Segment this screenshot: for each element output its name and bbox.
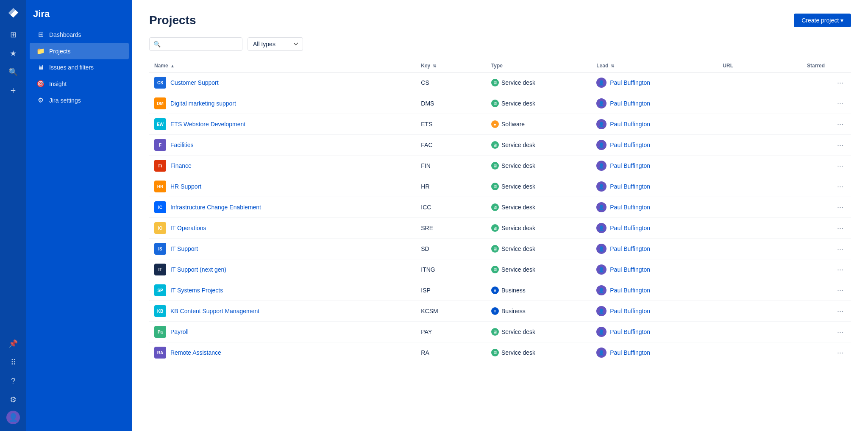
- col-header-key[interactable]: Key ⇅: [416, 59, 486, 72]
- col-header-type: Type: [486, 59, 591, 72]
- lead-name-7[interactable]: Paul Buffington: [610, 225, 650, 231]
- project-icon-11: KB: [154, 305, 166, 317]
- project-lead-8: 👤 Paul Buffington: [591, 239, 718, 259]
- lead-name-6[interactable]: Paul Buffington: [610, 204, 650, 211]
- project-lead-10: 👤 Paul Buffington: [591, 280, 718, 301]
- project-url-4: [718, 156, 802, 176]
- sidebar-item-jira-settings[interactable]: ⚙ Jira settings: [30, 92, 129, 108]
- sidebar-item-issues-filters[interactable]: 🖥 Issues and filters: [30, 59, 129, 75]
- sidebar-item-projects[interactable]: 📁 Projects: [30, 43, 129, 59]
- table-row: DM Digital marketing support DMS 🖥 Servi…: [149, 93, 851, 114]
- more-options-button-3[interactable]: ···: [835, 140, 846, 150]
- help-nav-icon[interactable]: ?: [6, 373, 21, 389]
- type-label-0: Service desk: [501, 79, 535, 86]
- project-link-13[interactable]: Remote Assistance: [170, 349, 221, 356]
- project-link-8[interactable]: IT Support: [170, 245, 198, 252]
- home-nav-icon[interactable]: ⊞: [6, 27, 21, 42]
- sidebar-item-issues-label: Issues and filters: [49, 64, 94, 71]
- project-link-2[interactable]: ETS Webstore Development: [170, 121, 245, 128]
- project-link-7[interactable]: IT Operations: [170, 225, 206, 231]
- jira-logo-icon[interactable]: [6, 5, 21, 20]
- lead-name-0[interactable]: Paul Buffington: [610, 79, 650, 86]
- sidebar-item-dashboards[interactable]: ⊞ Dashboards: [30, 26, 129, 43]
- more-options-button-1[interactable]: ···: [835, 98, 846, 109]
- lead-name-9[interactable]: Paul Buffington: [610, 266, 650, 273]
- type-label-2: Software: [501, 121, 525, 128]
- project-url-8: [718, 239, 802, 259]
- col-header-name[interactable]: Name ▲: [149, 59, 416, 72]
- more-options-button-2[interactable]: ···: [835, 119, 846, 130]
- project-key-7: SRE: [416, 218, 486, 239]
- project-icon-8: IS: [154, 243, 166, 255]
- lead-name-5[interactable]: Paul Buffington: [610, 183, 650, 190]
- project-type-2: ● Software: [486, 114, 591, 135]
- project-url-2: [718, 114, 802, 135]
- more-options-button-9[interactable]: ···: [835, 264, 846, 275]
- project-icon-6: IC: [154, 201, 166, 213]
- search-icon: 🔍: [153, 41, 161, 47]
- lead-name-11[interactable]: Paul Buffington: [610, 308, 650, 314]
- more-options-button-13[interactable]: ···: [835, 348, 846, 358]
- more-options-button-5[interactable]: ···: [835, 181, 846, 192]
- project-link-10[interactable]: IT Systems Projects: [170, 287, 223, 294]
- more-options-button-7[interactable]: ···: [835, 223, 846, 234]
- project-link-11[interactable]: KB Content Support Management: [170, 308, 259, 314]
- project-starred-7: ···: [802, 218, 851, 239]
- project-link-9[interactable]: IT Support (next gen): [170, 266, 226, 273]
- apps-nav-icon[interactable]: ⠿: [6, 355, 21, 370]
- project-url-12: [718, 322, 802, 342]
- type-dot-4: 🖥: [491, 162, 499, 170]
- project-link-0[interactable]: Customer Support: [170, 79, 219, 86]
- star-nav-icon[interactable]: ★: [6, 46, 21, 61]
- project-starred-10: ···: [802, 280, 851, 301]
- lead-name-1[interactable]: Paul Buffington: [610, 100, 650, 107]
- lead-name-3[interactable]: Paul Buffington: [610, 142, 650, 148]
- project-type-0: 🖥 Service desk: [486, 72, 591, 93]
- project-link-5[interactable]: HR Support: [170, 183, 201, 190]
- project-name-cell-4: Fi Finance: [149, 156, 416, 176]
- more-options-button-6[interactable]: ···: [835, 202, 846, 213]
- lead-name-8[interactable]: Paul Buffington: [610, 245, 650, 252]
- type-dot-1: 🖥: [491, 100, 499, 107]
- project-type-12: 🖥 Service desk: [486, 322, 591, 342]
- project-starred-13: ···: [802, 342, 851, 363]
- col-header-lead[interactable]: Lead ⇅: [591, 59, 718, 72]
- project-starred-11: ···: [802, 301, 851, 322]
- lead-avatar-9: 👤: [596, 264, 606, 275]
- search-nav-icon[interactable]: 🔍: [6, 64, 21, 80]
- settings-nav-icon[interactable]: ⚙: [6, 392, 21, 407]
- lead-name-10[interactable]: Paul Buffington: [610, 287, 650, 294]
- create-project-button[interactable]: Create project ▾: [794, 14, 851, 27]
- project-lead-7: 👤 Paul Buffington: [591, 218, 718, 239]
- plan-nav-icon[interactable]: 📌: [6, 336, 21, 351]
- project-type-3: 🖥 Service desk: [486, 135, 591, 156]
- more-options-button-0[interactable]: ···: [835, 78, 846, 88]
- type-filter-select[interactable]: All types Software Service desk Business: [248, 37, 303, 51]
- project-link-12[interactable]: Payroll: [170, 328, 189, 335]
- more-options-button-12[interactable]: ···: [835, 327, 846, 337]
- left-icon-nav: ⊞ ★ 🔍 + 📌 ⠿ ? ⚙ 👤: [0, 0, 26, 431]
- type-dot-0: 🖥: [491, 79, 499, 86]
- more-options-button-11[interactable]: ···: [835, 306, 846, 317]
- project-url-1: [718, 93, 802, 114]
- lead-name-13[interactable]: Paul Buffington: [610, 349, 650, 356]
- lead-name-4[interactable]: Paul Buffington: [610, 162, 650, 169]
- lead-name-2[interactable]: Paul Buffington: [610, 121, 650, 128]
- project-link-3[interactable]: Facilities: [170, 142, 193, 148]
- project-link-6[interactable]: Infrastructure Change Enablement: [170, 204, 261, 211]
- search-input[interactable]: [149, 37, 242, 51]
- project-key-4: FIN: [416, 156, 486, 176]
- user-avatar-nav[interactable]: 👤: [6, 411, 20, 424]
- project-link-4[interactable]: Finance: [170, 162, 192, 169]
- add-nav-icon[interactable]: +: [6, 83, 21, 98]
- more-options-button-4[interactable]: ···: [835, 161, 846, 171]
- more-options-button-10[interactable]: ···: [835, 285, 846, 296]
- project-type-7: 🖥 Service desk: [486, 218, 591, 239]
- lead-name-12[interactable]: Paul Buffington: [610, 328, 650, 335]
- project-link-1[interactable]: Digital marketing support: [170, 100, 236, 107]
- more-options-button-8[interactable]: ···: [835, 244, 846, 254]
- type-label-3: Service desk: [501, 142, 535, 148]
- sidebar-item-insight[interactable]: 🎯 Insight: [30, 75, 129, 92]
- project-type-5: 🖥 Service desk: [486, 176, 591, 197]
- lead-avatar-4: 👤: [596, 161, 606, 171]
